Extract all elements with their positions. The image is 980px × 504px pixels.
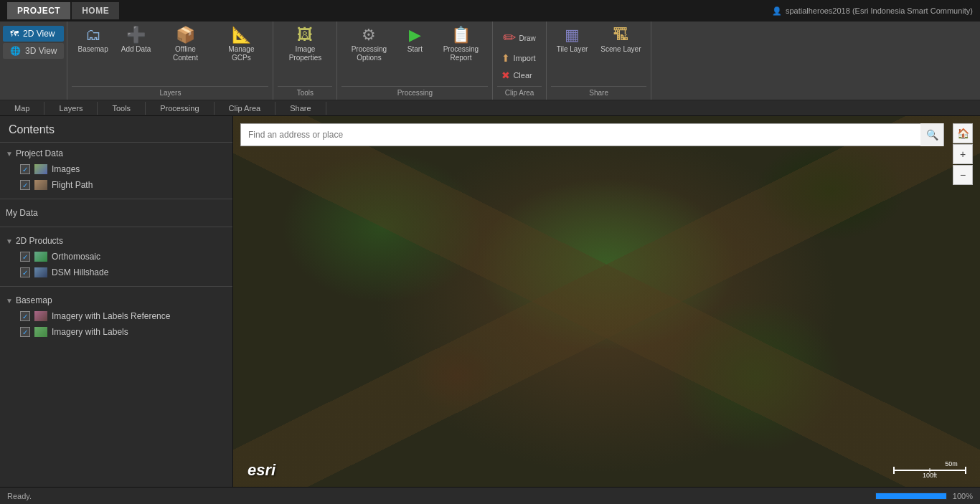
search-icon: 🔍	[926, 129, 938, 141]
orthomosaic-item[interactable]: Orthomosaic	[0, 249, 232, 265]
dsm-hillshade-layer-icon	[34, 267, 47, 277]
manage-label: Manage GCPs	[220, 45, 263, 62]
ribbon-tab-share[interactable]: Share	[275, 102, 326, 115]
add-data-button[interactable]: ➕ Add Data	[116, 24, 157, 57]
2d-products-section: ▼ 2D Products Orthomosaic DSM Hillshade	[0, 230, 232, 283]
main-content: Contents ▼ Project Data Images Flight Pa…	[0, 116, 980, 487]
scale-bar-svg: 50m 100ft	[887, 456, 973, 477]
search-input[interactable]	[241, 130, 920, 140]
zoom-out-button[interactable]: −	[953, 165, 973, 185]
scene-layer-label: Scene Layer	[600, 45, 641, 54]
basemap-icon: 🗂	[85, 27, 101, 43]
draw-label: Draw	[519, 34, 535, 42]
imagery-labels-icon	[34, 327, 47, 337]
home-button[interactable]: 🏠	[953, 123, 973, 143]
processing-report-button[interactable]: 📋 Processing Report	[433, 24, 488, 65]
layers-group-label: Layers	[72, 86, 268, 100]
user-name: spatialheroes2018 (Esri Indonesia Smart …	[786, 6, 973, 15]
2d-products-header[interactable]: ▼ 2D Products	[0, 233, 232, 249]
images-checkbox[interactable]	[20, 164, 30, 174]
tile-layer-button[interactable]: ▦ Tile Layer	[551, 24, 594, 57]
flight-path-item[interactable]: Flight Path	[0, 177, 232, 193]
processing-report-label: Processing Report	[439, 45, 482, 62]
svg-text:100ft: 100ft	[923, 472, 938, 477]
basemap-arrow: ▼	[6, 297, 13, 305]
view-group: 🗺 2D View 🌐 3D View	[0, 22, 67, 100]
progress-fill	[876, 493, 946, 499]
flight-path-checkbox[interactable]	[20, 180, 30, 190]
start-label: Start	[407, 45, 423, 54]
basemap-label: Basemap	[77, 45, 108, 54]
divider-3	[0, 286, 232, 287]
esri-watermark: esri	[248, 461, 275, 480]
view-2d-label: 2D View	[23, 29, 55, 39]
dsm-hillshade-item[interactable]: DSM Hillshade	[0, 265, 232, 280]
view-3d-icon: 🌐	[10, 46, 21, 56]
offline-icon: 📦	[176, 27, 195, 43]
add-data-icon: ➕	[126, 27, 146, 43]
map-controls: 🏠 + −	[953, 123, 973, 185]
ribbon-tab-tools[interactable]: Tools	[98, 102, 146, 115]
basemap-button[interactable]: 🗂 Basemap	[72, 24, 113, 57]
share-group-label: Share	[551, 86, 647, 100]
imagery-labels-ref-checkbox[interactable]	[20, 311, 30, 321]
view-2d-button[interactable]: 🗺 2D View	[3, 26, 64, 42]
flight-path-layer-icon	[34, 180, 47, 190]
view-2d-icon: 🗺	[10, 29, 19, 39]
scene-layer-button[interactable]: 🏗 Scene Layer	[595, 24, 646, 57]
project-data-section: ▼ Project Data Images Flight Path	[0, 143, 232, 196]
images-label: Images	[52, 164, 80, 174]
clear-label: Clear	[513, 71, 532, 80]
progress-bar	[875, 493, 947, 500]
view-3d-button[interactable]: 🌐 3D View	[3, 43, 64, 59]
zoom-in-button[interactable]: +	[953, 144, 973, 164]
search-bar: 🔍	[240, 123, 944, 146]
user-icon: 👤	[772, 6, 782, 16]
status-bar: Ready. 100%	[0, 487, 980, 504]
project-data-label: Project Data	[16, 148, 63, 158]
image-properties-button[interactable]: 🖼 Image Properties	[278, 24, 332, 65]
processing-options-button[interactable]: ⚙ Processing Options	[341, 24, 396, 65]
my-data-header[interactable]: My Data	[0, 205, 232, 221]
sidebar: Contents ▼ Project Data Images Flight Pa…	[0, 116, 233, 487]
my-data-section: My Data	[0, 202, 232, 224]
ribbon-tab-clip-area[interactable]: Clip Area	[215, 102, 276, 115]
imagery-labels-item[interactable]: Imagery with Labels	[0, 324, 232, 340]
start-button[interactable]: ▶ Start	[397, 24, 432, 57]
draw-icon: ✏	[503, 30, 516, 46]
ribbon-tab-processing[interactable]: Processing	[146, 102, 214, 115]
imagery-labels-ref-item[interactable]: Imagery with Labels Reference	[0, 308, 232, 324]
import-button[interactable]: ⬆ Import	[497, 50, 540, 66]
import-icon: ⬆	[501, 52, 510, 64]
search-button[interactable]: 🔍	[920, 123, 943, 146]
offline-content-button[interactable]: 📦 Offline Content	[158, 24, 212, 65]
basemap-header[interactable]: ▼ Basemap	[0, 293, 232, 308]
ribbon-tab-map[interactable]: Map	[0, 102, 44, 115]
imagery-labels-ref-icon	[34, 311, 47, 321]
share-group: ▦ Tile Layer 🏗 Scene Layer Share	[547, 22, 652, 100]
tab-home[interactable]: HOME	[72, 2, 119, 19]
map-area[interactable]: 🔍 🏠 + − esri 50m 100ft	[233, 116, 980, 487]
ribbon-tab-layers[interactable]: Layers	[44, 102, 98, 115]
tab-project[interactable]: PROJECT	[7, 2, 70, 19]
clip-area-group: ✏ Draw ⬆ Import ✖ Clear Clip Area	[493, 22, 546, 100]
orthomosaic-checkbox[interactable]	[20, 252, 30, 262]
tools-group-label: Tools	[278, 86, 332, 100]
project-data-header[interactable]: ▼ Project Data	[0, 146, 232, 161]
user-info: 👤 spatialheroes2018 (Esri Indonesia Smar…	[772, 6, 973, 16]
processing-options-label: Processing Options	[347, 45, 390, 62]
imagery-labels-checkbox[interactable]	[20, 327, 30, 337]
add-data-label: Add Data	[121, 45, 151, 54]
dsm-hillshade-checkbox[interactable]	[20, 267, 30, 277]
orthomosaic-layer-icon	[34, 252, 47, 262]
clear-button[interactable]: ✖ Clear	[497, 67, 536, 83]
draw-button[interactable]: ✏ Draw	[497, 27, 541, 49]
images-item[interactable]: Images	[0, 161, 232, 177]
scale-bar: 50m 100ft	[887, 456, 973, 480]
basemap-section: ▼ Basemap Imagery with Labels Reference …	[0, 290, 232, 343]
manage-gcps-button[interactable]: 📐 Manage GCPs	[214, 24, 268, 65]
ribbon-tabs-bar: Map Layers Tools Processing Clip Area Sh…	[0, 100, 980, 116]
import-label: Import	[513, 54, 535, 62]
tile-layer-label: Tile Layer	[557, 45, 588, 54]
layers-group: 🗂 Basemap ➕ Add Data 📦 Offline Content 📐…	[67, 22, 273, 100]
